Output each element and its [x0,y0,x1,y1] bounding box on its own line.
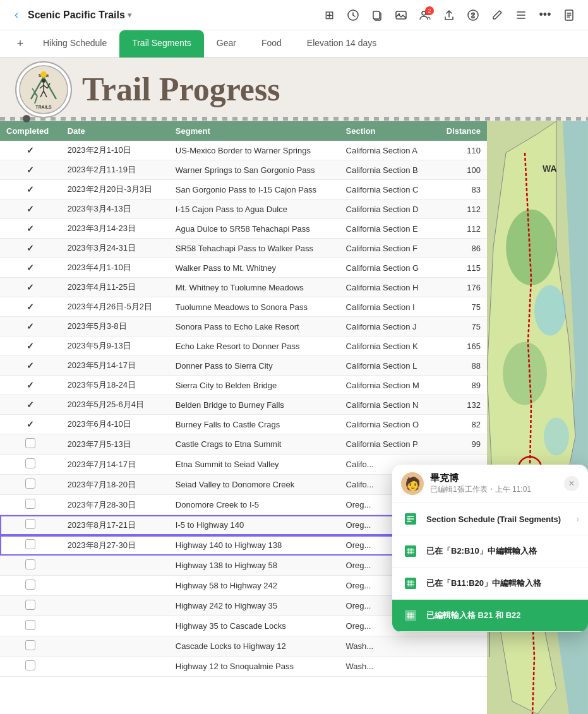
table-row[interactable]: Highway 12 to Snoqualmie PassWash... [0,657,487,677]
section-cell: California Section B [340,160,435,180]
tab-elevation[interactable]: Elevation 14 days [294,30,390,57]
date-cell: 2023年5月25-6月4日 [61,395,169,415]
checkbox-icon[interactable] [25,600,35,610]
completed-cell[interactable]: ✓ [0,395,61,415]
completed-cell[interactable]: ✓ [0,180,61,199]
completed-cell[interactable]: ✓ [0,376,61,395]
checkbox-icon[interactable] [25,438,35,448]
completed-cell[interactable]: ✓ [0,317,61,336]
tab-hiking-schedule[interactable]: Hiking Schedule [30,30,119,57]
table-row[interactable]: ✓2023年6月4-10日Burney Falls to Castle Crag… [0,415,487,434]
pencil-icon[interactable] [486,4,508,27]
table-row[interactable]: ✓2023年4月11-25日Mt. Whitney to Tuolumne Me… [0,278,487,297]
table-row[interactable]: ✓2023年5月25-6月4日Belden Bridge to Burney F… [0,395,487,415]
image-icon[interactable] [390,4,412,27]
completed-cell[interactable]: ✓ [0,336,61,356]
checkbox-icon[interactable] [25,539,35,549]
people-icon[interactable]: 2 [414,4,436,27]
doc-icon[interactable] [558,4,580,27]
segment-cell: Highway 12 to Snoqualmie Pass [169,657,340,677]
clock-icon[interactable] [342,4,364,27]
tab-gear[interactable]: Gear [204,30,249,57]
table-row[interactable]: ✓2023年2月20日-3月3日San Gorgonio Pass to I-1… [0,180,487,199]
share-icon[interactable] [438,4,460,27]
completed-cell[interactable] [0,455,61,475]
hero-section: SCE TRAILS Trail Progress [0,58,588,121]
segment-cell: Sonora Pass to Echo Lake Resort [169,317,340,336]
section-cell: Wash... [340,636,435,657]
completed-cell[interactable] [0,434,61,455]
checkbox-icon[interactable] [25,519,35,529]
completed-cell[interactable]: ✓ [0,356,61,376]
notif-item-2[interactable]: 已在「B11:B20」中編輯輸入格 [392,568,588,600]
completed-cell[interactable]: ✓ [0,258,61,278]
completed-cell[interactable]: ✓ [0,415,61,434]
checkbox-icon[interactable] [25,458,35,468]
title-chevron-icon[interactable]: ▾ [128,11,131,20]
completed-cell[interactable] [0,576,61,596]
section-cell: California Section F [340,239,435,258]
distance-cell: 112 [435,219,487,239]
notif-item-0[interactable]: Section Schedule (Trail Segments) › [392,503,588,535]
table-row[interactable]: ✓2023年3月24-31日SR58 Tehachapi Pass to Wal… [0,239,487,258]
back-button[interactable]: ‹ [8,6,25,24]
table-row[interactable]: ✓2023年3月14-23日Agua Dulce to SR58 Tehacha… [0,219,487,239]
segment-cell: I-5 to Highway 140 [169,515,340,535]
completed-cell[interactable]: ✓ [0,141,61,160]
completed-cell[interactable]: ✓ [0,160,61,180]
completed-cell[interactable] [0,515,61,535]
svg-point-12 [40,71,47,78]
date-cell: 2023年5月18-24日 [61,376,169,395]
table-row[interactable]: ✓2023年3月4-13日I-15 Cajon Pass to Agua Dul… [0,199,487,219]
completed-cell[interactable]: ✓ [0,297,61,317]
table-row[interactable]: ✓2023年5月14-17日Donner Pass to Sierra City… [0,356,487,376]
completed-cell[interactable] [0,636,61,657]
table-row[interactable]: Cascade Locks to Highway 12Wash... [0,636,487,657]
date-cell [61,616,169,636]
app-container: ‹ Scenic Pacific Trails ▾ ⊞ 2 [0,0,588,714]
copy-icon[interactable] [366,4,388,27]
table-row[interactable]: ✓2023年5月9-13日Echo Lake Resort to Donner … [0,336,487,356]
completed-cell[interactable]: ✓ [0,219,61,239]
completed-cell[interactable] [0,475,61,495]
tab-trail-segments[interactable]: Trail Segments [119,30,204,57]
lines-icon[interactable] [510,4,532,27]
table-row[interactable]: ✓2023年2月1-10日US-Mexico Border to Warner … [0,141,487,160]
table-row[interactable]: 2023年7月5-13日Castle Crags to Etna SummitC… [0,434,487,455]
add-tab-button[interactable]: + [10,30,30,57]
checkbox-icon[interactable] [25,640,35,650]
checkbox-icon[interactable] [25,479,35,489]
section-cell: Wash... [340,657,435,677]
app-title: Scenic Pacific Trails ▾ [28,9,131,21]
checkbox-icon[interactable] [25,660,35,670]
table-row[interactable]: ✓2023年5月18-24日Sierra City to Belden Brid… [0,376,487,395]
completed-cell[interactable] [0,535,61,556]
completed-cell[interactable] [0,657,61,677]
date-cell: 2023年8月27-30日 [61,535,169,556]
section-cell: California Section D [340,199,435,219]
notif-close-button[interactable]: × [564,476,579,491]
dollar-icon[interactable] [462,4,484,27]
notif-item-1[interactable]: 已在「B2:B10」中編輯輸入格 [392,535,588,568]
table-row[interactable]: ✓2023年4月1-10日Walker Pass to Mt. WhitneyC… [0,258,487,278]
progress-line [0,117,588,121]
completed-cell[interactable] [0,616,61,636]
checkbox-icon[interactable] [25,559,35,569]
completed-cell[interactable] [0,556,61,576]
completed-cell[interactable]: ✓ [0,278,61,297]
checkbox-icon[interactable] [25,499,35,509]
completed-cell[interactable] [0,495,61,515]
grid-icon[interactable]: ⊞ [318,4,340,27]
checkbox-icon[interactable] [25,620,35,630]
more-icon[interactable]: ••• [534,4,556,27]
checkbox-icon[interactable] [25,580,35,590]
table-row[interactable]: ✓2023年4月26日-5月2日Tuolumne Meadows to Sono… [0,297,487,317]
segment-cell: Tuolumne Meadows to Sonora Pass [169,297,340,317]
tab-food[interactable]: Food [249,30,294,57]
completed-cell[interactable]: ✓ [0,199,61,219]
notif-item-3[interactable]: 已編輯輸入格 B21 和 B22 [392,600,588,632]
completed-cell[interactable]: ✓ [0,239,61,258]
table-row[interactable]: ✓2023年2月11-19日Warner Springs to San Gorg… [0,160,487,180]
table-row[interactable]: ✓2023年5月3-8日Sonora Pass to Echo Lake Res… [0,317,487,336]
completed-cell[interactable] [0,596,61,616]
